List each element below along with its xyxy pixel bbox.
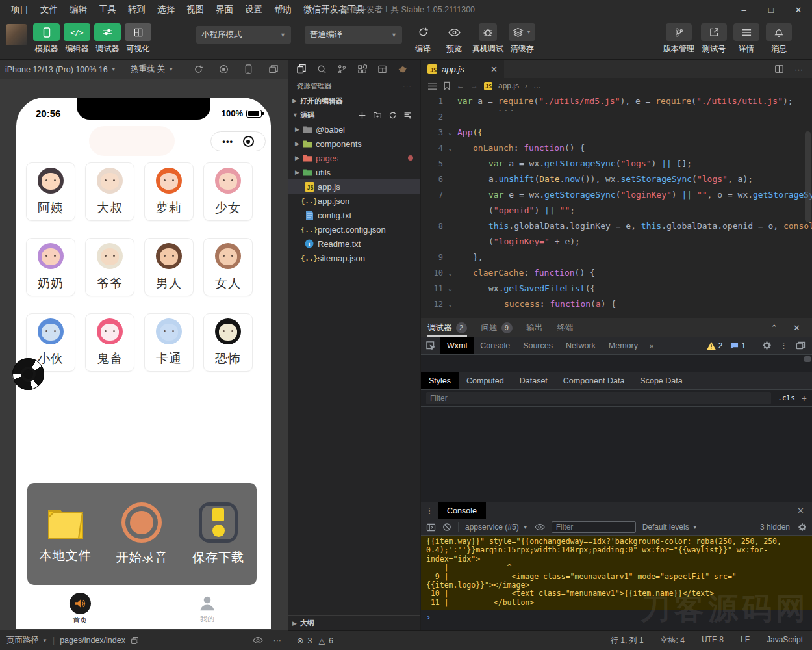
cls-button[interactable]: .cls [778,394,795,402]
more-dots-icon[interactable]: ••• [222,136,233,146]
avatar-card-11[interactable]: 恐怖 [203,313,253,372]
toolbar-可视化-button[interactable]: 可视化 [123,23,153,55]
devtools-tab-Wxml[interactable]: Wxml [440,337,474,354]
phone-frame-icon[interactable] [244,64,253,74]
toolbar-详情-button[interactable]: 详情 [733,23,759,55]
maximize-button[interactable]: □ [757,0,785,20]
status-item-1[interactable]: 空格: 4 [661,635,685,646]
console-tab[interactable]: Console [438,502,486,519]
avatar-card-3[interactable]: 少女 [203,162,253,221]
tree-item-app.js[interactable]: JS app.js [288,179,420,194]
avatar-card-9[interactable]: 鬼畜 [85,313,134,372]
warning-count-badge[interactable]: 2 [707,341,723,350]
styles-tab-Scope Data[interactable]: Scope Data [632,372,690,389]
breadcrumb-file[interactable]: app.js [498,81,519,90]
back-arrow-icon[interactable]: ← [457,81,464,90]
multi-window-icon[interactable] [268,64,279,74]
panel-保存下载-button[interactable]: 保存下载 [183,502,254,566]
menu-item-7[interactable]: 界面 [210,4,239,16]
gear-icon[interactable] [762,341,772,350]
copy-icon[interactable] [131,636,139,645]
console-filter-input[interactable]: Filter [552,521,636,533]
menu-item-10[interactable]: 微信开发者工具 [298,4,371,16]
phone-tab-我的[interactable]: 我的 [144,588,271,629]
menu-item-5[interactable]: 选择 [151,4,181,16]
toolbar-版本管理-button[interactable]: 版本管理 [663,23,694,55]
fold-arrow-icon[interactable]: ⌄ [443,140,457,156]
toolbar-消息-button[interactable]: 消息 [766,23,792,55]
styles-filter-input[interactable]: Filter [426,392,771,404]
add-style-icon[interactable]: + [802,393,807,404]
avatar-card-10[interactable]: 卡通 [144,313,194,372]
menu-item-2[interactable]: 编辑 [64,4,93,16]
avatar-card-6[interactable]: 男人 [144,238,194,296]
source-section[interactable]: ▼ 源码 [288,108,420,122]
console-sidebar-icon[interactable] [426,523,436,532]
mini-scrollbar[interactable] [804,356,811,362]
close-button[interactable]: ✕ [785,0,812,20]
teapot-icon[interactable] [398,64,408,74]
record-stop-icon[interactable] [219,64,229,74]
toolbar-预览-button[interactable]: 预览 [441,23,467,55]
new-folder-icon[interactable] [373,111,382,120]
inspect-element-icon[interactable] [421,337,440,354]
collapse-panel-icon[interactable]: ⌃ [770,323,778,333]
avatar-card-5[interactable]: 爷爷 [85,238,134,296]
status-item-0[interactable]: 行 1, 列 1 [611,635,644,646]
breadcrumb-more[interactable]: … [533,81,541,90]
close-tab-icon[interactable]: ✕ [490,64,498,74]
toolbar-编译-button[interactable]: 编译 [410,23,436,55]
editor-tab-appjs[interactable]: JS app.js ✕ [421,60,504,78]
debugger-tab-调试器[interactable]: 调试器2 [427,318,467,337]
more-dots-icon[interactable]: ··· [794,64,803,74]
music-disc-button[interactable] [12,358,44,390]
overflow-chevron[interactable]: » [644,342,659,350]
problems-indicator[interactable]: ⊗ 3 △ 6 [297,636,333,645]
clear-console-icon[interactable] [442,523,451,532]
fold-arrow-icon[interactable]: ⌄ [443,125,457,140]
outline-list-icon[interactable] [427,82,437,90]
toolbar-模拟器-button[interactable]: 模拟器 [31,23,62,55]
avatar-card-7[interactable]: 女人 [203,238,253,296]
devtools-tab-Network[interactable]: Network [559,337,602,354]
fold-arrow-icon[interactable]: ⌄ [443,281,457,296]
close-console-icon[interactable]: ✕ [797,506,812,515]
outline-section[interactable]: ▶ 大纲 [288,615,420,630]
miniprogram-capsule[interactable]: ••• [210,131,266,151]
avatar-card-2[interactable]: 萝莉 [144,162,194,221]
status-item-2[interactable]: UTF-8 [702,635,724,646]
devtools-tab-Console[interactable]: Console [474,337,516,354]
close-target-icon[interactable] [243,136,254,147]
styles-tab-Component Data[interactable]: Component Data [555,372,633,389]
styles-tab-Styles[interactable]: Styles [421,372,459,389]
extensions-icon[interactable] [357,64,367,74]
menu-item-8[interactable]: 设置 [239,4,268,16]
console-warning-entry[interactable]: {{item.way}}" style="{{onchangedway==idx… [421,536,812,610]
toolbar-调试器-button[interactable]: 调试器 [92,23,123,55]
message-count-badge[interactable]: 1 [730,341,746,350]
styles-tab-Computed[interactable]: Computed [459,372,512,389]
device-select[interactable]: iPhone 12/13 (Pro) 100% 16▼ [5,65,116,74]
kebab-menu-icon[interactable]: ⋮ [421,506,438,515]
dock-side-icon[interactable] [796,341,806,350]
avatar-card-0[interactable]: 阿姨 [26,162,75,221]
split-editor-icon[interactable] [774,64,784,73]
toolbar-清缓存-button[interactable]: ▼ 清缓存 [509,23,535,55]
user-avatar[interactable] [6,24,27,46]
collapse-all-icon[interactable] [403,111,412,120]
minimize-button[interactable]: – [730,0,757,20]
devtools-tab-Sources[interactable]: Sources [516,337,559,354]
debugger-tab-问题[interactable]: 问题9 [481,318,513,337]
files-icon[interactable] [296,64,307,74]
tree-item-app.json[interactable]: {..} app.json [288,194,420,208]
status-item-4[interactable]: JavaScript [767,635,803,646]
more-dots-icon[interactable]: ··· [273,636,282,645]
menu-item-3[interactable]: 工具 [93,4,122,16]
editor-scrollbar[interactable] [805,131,811,222]
bookmark-icon[interactable] [443,81,451,90]
search-icon[interactable] [317,64,327,74]
kebab-menu-icon[interactable]: ⋮ [780,341,788,350]
fold-arrow-icon[interactable]: ⌄ [443,265,457,281]
tree-item-sitemap.json[interactable]: {..} sitemap.json [288,251,420,265]
toolbar-测试号-button[interactable]: 测试号 [701,23,727,55]
